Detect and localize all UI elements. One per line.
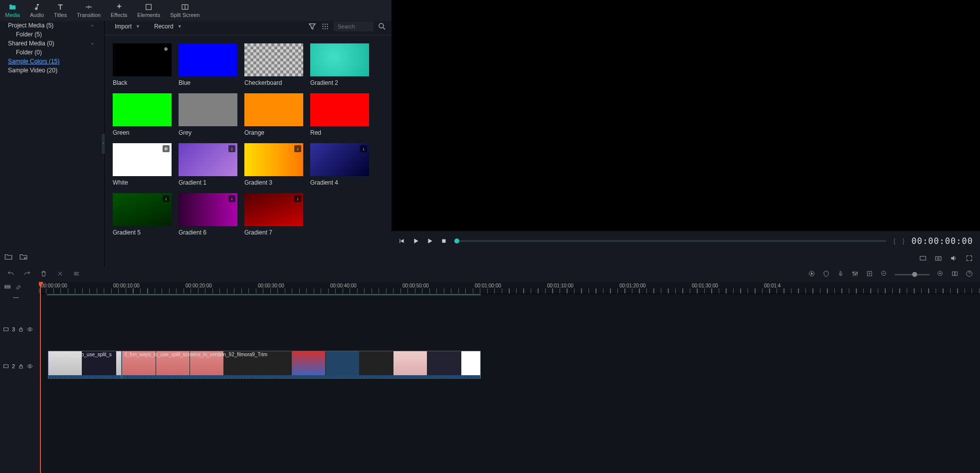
color-swatch-item[interactable]: ↓Gradient 1	[179, 143, 237, 186]
mixer-button[interactable]	[851, 270, 859, 279]
help-button[interactable]	[966, 270, 973, 279]
tree-sample-colors[interactable]: Sample Colors (15)	[1, 57, 103, 66]
preview-viewport[interactable]	[392, 0, 980, 231]
tab-transition[interactable]: Transition	[72, 1, 106, 21]
color-swatch-item[interactable]: Checkerboard	[244, 43, 303, 86]
redo-button[interactable]	[23, 270, 31, 279]
color-swatch[interactable]: ↓	[310, 143, 369, 176]
color-swatch[interactable]	[310, 93, 369, 126]
color-swatch[interactable]: ⊕	[113, 143, 172, 176]
playhead[interactable]	[40, 282, 41, 473]
collapse-sidebar-handle[interactable]: ‹	[102, 134, 105, 154]
color-swatch-item[interactable]: Grey	[179, 93, 237, 136]
tab-media[interactable]: Media	[0, 1, 25, 21]
tab-splitscreen[interactable]: Split Screen	[165, 1, 204, 21]
search-icon[interactable]	[378, 22, 387, 31]
color-swatch[interactable]: ↓	[113, 193, 172, 226]
download-icon[interactable]: ↓	[228, 195, 235, 202]
lock-icon[interactable]	[18, 363, 24, 369]
collapse-row-icon[interactable]: —	[0, 294, 39, 301]
play-button[interactable]	[412, 237, 419, 244]
zoom-in-button[interactable]	[937, 270, 944, 279]
tree-shared-media[interactable]: Shared Media (0)⌄	[1, 39, 103, 48]
undo-button[interactable]	[7, 270, 14, 279]
quality-icon[interactable]	[919, 254, 927, 263]
tree-project-media[interactable]: Project Media (5)⌄	[1, 21, 103, 30]
new-shared-folder-icon[interactable]	[19, 252, 28, 263]
crop-button[interactable]	[73, 270, 80, 279]
color-swatch[interactable]	[113, 93, 172, 126]
color-swatch[interactable]	[244, 93, 303, 126]
mark-out-icon[interactable]: }	[902, 237, 904, 244]
download-icon[interactable]: ↓	[360, 145, 367, 152]
color-swatch[interactable]: ↓	[244, 193, 303, 226]
timeline-ruler[interactable]: 00:00:00:0000:00:10:0000:00:20:0000:00:3…	[39, 282, 980, 294]
download-icon[interactable]: ↓	[294, 145, 301, 152]
add-icon[interactable]: ⊕	[163, 145, 170, 152]
timeline-clip[interactable]: 3_fun_ways_to_use_split_s	[48, 351, 122, 379]
color-swatch[interactable]: ⊕	[113, 43, 172, 76]
color-swatch[interactable]	[179, 43, 237, 76]
eye-icon[interactable]	[27, 326, 33, 332]
link-icon[interactable]	[15, 284, 22, 292]
delete-button[interactable]	[40, 270, 47, 279]
snapshot-icon[interactable]	[935, 254, 942, 263]
tree-folder-2[interactable]: Folder (0)	[1, 48, 103, 57]
tree-folder-1[interactable]: Folder (5)	[1, 30, 103, 39]
split-button[interactable]	[56, 270, 64, 279]
tree-sample-video[interactable]: Sample Video (20)	[1, 66, 103, 75]
timeline-track-2[interactable]: 3_fun_ways_to_use_split_s 3_fun_ways_to_…	[39, 350, 980, 387]
color-swatch-item[interactable]: ↓Gradient 6	[179, 193, 237, 236]
stop-button[interactable]	[440, 237, 447, 244]
search-input[interactable]	[334, 21, 374, 31]
color-swatch[interactable]	[310, 43, 369, 76]
new-folder-icon[interactable]	[4, 252, 13, 263]
tab-elements[interactable]: Elements	[132, 1, 165, 21]
voiceover-button[interactable]	[837, 270, 844, 279]
color-swatch-item[interactable]: Orange	[244, 93, 303, 136]
prev-frame-button[interactable]	[398, 237, 405, 244]
filter-icon[interactable]	[308, 22, 317, 31]
zoom-slider[interactable]	[895, 274, 930, 275]
color-swatch[interactable]	[244, 43, 303, 76]
eye-icon[interactable]	[27, 363, 33, 369]
scrubber-handle[interactable]	[454, 238, 459, 243]
color-swatch[interactable]: ↓	[244, 143, 303, 176]
marker-button[interactable]	[822, 270, 830, 279]
render-button[interactable]	[808, 270, 815, 279]
zoom-out-button[interactable]	[880, 270, 888, 279]
grid-view-icon[interactable]	[321, 22, 330, 31]
color-swatch[interactable]: ↓	[179, 193, 237, 226]
add-icon[interactable]: ⊕	[163, 45, 170, 52]
color-swatch-item[interactable]: ↓Gradient 7	[244, 193, 303, 236]
color-swatch-item[interactable]: ⊕Black	[113, 43, 172, 86]
color-swatch-item[interactable]: Blue	[179, 43, 237, 86]
tab-audio[interactable]: Audio	[25, 1, 49, 21]
volume-icon[interactable]	[950, 254, 958, 263]
work-area-bar[interactable]	[47, 294, 481, 295]
timeline-track-3[interactable]	[39, 313, 980, 350]
color-swatch-item[interactable]: ⊕White	[113, 143, 172, 186]
color-swatch-item[interactable]: ↓Gradient 3	[244, 143, 303, 186]
import-dropdown[interactable]: Import▼	[110, 21, 145, 32]
add-marker-button[interactable]	[866, 270, 873, 279]
zoom-fit-button[interactable]	[951, 270, 959, 279]
color-swatch-item[interactable]: ↓Gradient 5	[113, 193, 172, 236]
record-dropdown[interactable]: Record▼	[149, 21, 187, 32]
next-frame-button[interactable]	[426, 237, 433, 244]
tab-effects[interactable]: Effects	[106, 1, 132, 21]
timeline-clip[interactable]: 3_fun_ways_to_use_split_screens_in_versi…	[122, 351, 481, 379]
color-swatch[interactable]: ↓	[179, 143, 237, 176]
fullscreen-icon[interactable]	[966, 254, 973, 263]
lock-icon[interactable]	[18, 326, 24, 332]
track-head-3[interactable]: 3	[0, 311, 39, 348]
download-icon[interactable]: ↓	[294, 195, 301, 202]
download-icon[interactable]: ↓	[228, 145, 235, 152]
download-icon[interactable]: ↓	[163, 195, 170, 202]
color-swatch-item[interactable]: Gradient 2	[310, 43, 369, 86]
track-head-2[interactable]: 2	[0, 348, 39, 385]
tab-titles[interactable]: Titles	[49, 1, 72, 21]
preview-scrubber[interactable]	[454, 240, 886, 242]
track-manager-icon[interactable]	[4, 284, 11, 292]
color-swatch[interactable]	[179, 93, 237, 126]
